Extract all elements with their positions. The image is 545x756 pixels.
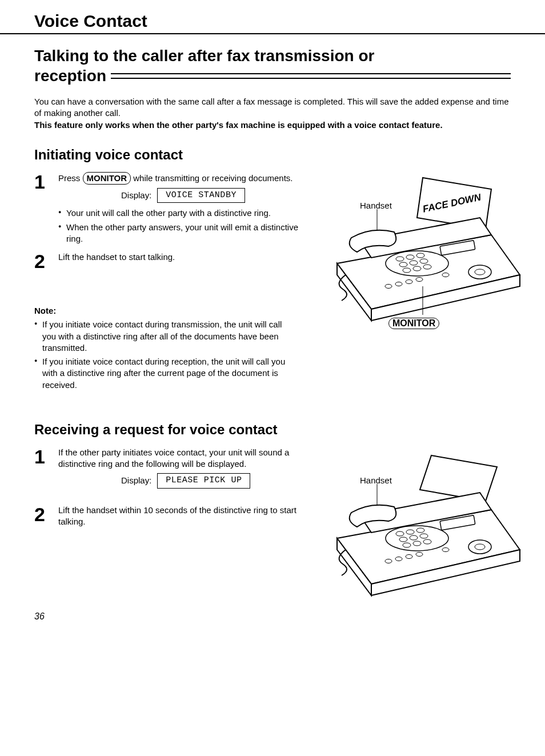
svg-point-24 bbox=[416, 528, 424, 533]
svg-point-22 bbox=[396, 531, 404, 536]
svg-point-10 bbox=[423, 265, 431, 269]
note-item: If you initiate voice contact during rec… bbox=[34, 356, 286, 391]
svg-point-34 bbox=[385, 559, 392, 563]
intro-text-2: This feature only works when the other p… bbox=[34, 119, 511, 131]
svg-point-6 bbox=[410, 261, 418, 265]
fig1-handset-label: Handset bbox=[360, 201, 392, 210]
fig2-handset-label: Handset bbox=[360, 475, 392, 485]
s2-step1-text: If the other party initiates voice conta… bbox=[58, 447, 289, 469]
figure-1: Handset FACE DOWN bbox=[320, 172, 526, 393]
step-number: 2 bbox=[34, 251, 50, 271]
bullet-item: When the other party answers, your unit … bbox=[58, 222, 298, 245]
display-label: Display: bbox=[121, 475, 151, 486]
section-receiving-head: Receiving a request for voice contact bbox=[34, 422, 511, 438]
title-rule-icon bbox=[111, 73, 511, 79]
svg-point-9 bbox=[413, 266, 421, 271]
svg-point-4 bbox=[416, 253, 424, 258]
svg-point-28 bbox=[403, 543, 411, 547]
svg-point-30 bbox=[423, 539, 431, 544]
main-title-block: Talking to the caller after fax transmis… bbox=[34, 46, 511, 86]
svg-point-13 bbox=[475, 269, 485, 275]
intro-block: You can have a conversation with the sam… bbox=[34, 96, 511, 131]
svg-point-33 bbox=[475, 544, 485, 550]
fig1-monitor-label: MONITOR bbox=[388, 318, 439, 329]
bullet-item: Your unit will call the other party with… bbox=[58, 207, 298, 219]
figure-2: Handset bbox=[320, 447, 526, 609]
svg-point-16 bbox=[406, 279, 412, 283]
svg-point-3 bbox=[406, 255, 414, 259]
note-head: Note: bbox=[34, 305, 286, 317]
s1-step2: 2 Lift the handset to start talking. bbox=[34, 251, 308, 271]
svg-point-29 bbox=[413, 541, 421, 546]
svg-point-15 bbox=[395, 282, 402, 286]
page-header: Voice Contact bbox=[34, 11, 511, 31]
note-block: Note: If you initiate voice contact duri… bbox=[34, 305, 286, 391]
main-title-line2: reception bbox=[34, 66, 106, 86]
fax-machine-icon: FACE DOWN bbox=[320, 172, 526, 332]
display-value-pickup: PLEASE PICK UP bbox=[157, 473, 250, 488]
monitor-key-icon: MONITOR bbox=[83, 172, 131, 185]
main-title-line1: Talking to the caller after fax transmis… bbox=[34, 46, 511, 66]
svg-point-35 bbox=[395, 557, 402, 561]
svg-point-8 bbox=[403, 268, 411, 273]
fax-machine-icon bbox=[320, 447, 526, 607]
svg-point-14 bbox=[385, 284, 392, 288]
svg-point-36 bbox=[406, 554, 412, 558]
svg-point-23 bbox=[406, 530, 414, 534]
step-number: 1 bbox=[34, 172, 50, 191]
s1-step1: 1 Press MONITOR while transmitting or re… bbox=[34, 172, 308, 247]
s1-step1-text-b: while transmitting or receiving document… bbox=[131, 173, 292, 183]
s2-step2-text: Lift the handset within 10 seconds of th… bbox=[58, 505, 298, 528]
svg-point-5 bbox=[399, 262, 407, 267]
intro-text-1: You can have a conversation with the sam… bbox=[34, 96, 511, 119]
s2-step2: 2 Lift the handset within 10 seconds of … bbox=[34, 505, 308, 528]
svg-point-27 bbox=[420, 534, 428, 538]
svg-point-7 bbox=[420, 259, 428, 263]
svg-point-17 bbox=[416, 277, 423, 281]
s1-step1-text-a: Press bbox=[58, 173, 83, 183]
step-number: 1 bbox=[34, 447, 50, 466]
svg-point-38 bbox=[442, 547, 449, 551]
header-divider bbox=[0, 33, 545, 34]
svg-point-37 bbox=[416, 552, 423, 556]
svg-point-2 bbox=[396, 257, 404, 261]
step-number: 2 bbox=[34, 505, 50, 524]
page-number: 36 bbox=[34, 611, 45, 622]
svg-point-26 bbox=[410, 535, 418, 540]
s1-step2-text: Lift the handset to start talking. bbox=[58, 251, 175, 263]
s1-step1-bullets: Your unit will call the other party with… bbox=[58, 207, 298, 245]
section-initiating-head: Initiating voice contact bbox=[34, 147, 511, 163]
svg-point-18 bbox=[442, 273, 449, 277]
display-value-standby: VOICE STANDBY bbox=[157, 188, 245, 203]
note-item: If you initiate voice contact during tra… bbox=[34, 319, 286, 354]
s2-step1: 1 If the other party initiates voice con… bbox=[34, 447, 308, 493]
svg-point-25 bbox=[399, 537, 407, 542]
display-label: Display: bbox=[121, 190, 151, 201]
